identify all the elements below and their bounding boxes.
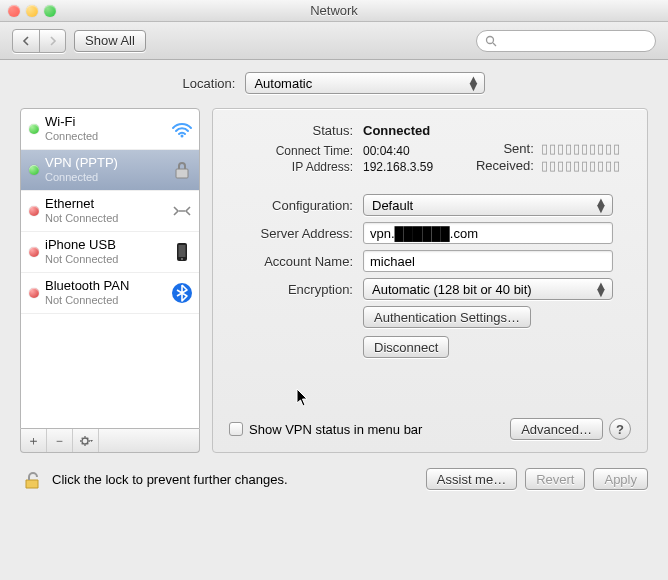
service-name: VPN (PPTP): [45, 156, 118, 170]
remove-service-button[interactable]: －: [47, 429, 73, 452]
ethernet-icon: [171, 200, 193, 222]
advanced-button[interactable]: Advanced…: [510, 418, 603, 440]
service-actions-button[interactable]: [73, 429, 99, 452]
received-label: Received:: [476, 158, 534, 173]
lock-icon[interactable]: [20, 467, 44, 491]
status-dot: [29, 124, 39, 134]
svg-line-17: [87, 437, 88, 438]
search-icon: [485, 35, 497, 47]
account-name-label: Account Name:: [213, 254, 363, 269]
back-button[interactable]: [13, 30, 39, 52]
lock-icon: [171, 159, 193, 181]
status-value: Connected: [363, 123, 430, 138]
wifi-icon: [171, 118, 193, 140]
service-name: Wi-Fi: [45, 115, 98, 129]
service-status: Connected: [45, 170, 118, 184]
help-button[interactable]: ?: [609, 418, 631, 440]
status-dot: [29, 247, 39, 257]
show-vpn-menubar-label: Show VPN status in menu bar: [249, 422, 422, 437]
show-vpn-menubar-checkbox[interactable]: [229, 422, 243, 436]
location-select[interactable]: Automatic ▲▼: [245, 72, 485, 94]
server-address-label: Server Address:: [213, 226, 363, 241]
forward-button[interactable]: [39, 30, 65, 52]
revert-button[interactable]: Revert: [525, 468, 585, 490]
svg-line-16: [81, 443, 82, 444]
svg-point-2: [181, 135, 184, 138]
service-status: Not Connected: [45, 211, 118, 225]
service-status: Not Connected: [45, 293, 129, 307]
service-item-ethernet[interactable]: EthernetNot Connected: [21, 191, 199, 232]
connect-time-value: 00:04:40: [363, 144, 410, 158]
server-address-field[interactable]: vpn.██████.com: [363, 222, 613, 244]
bluetooth-icon: [171, 282, 193, 304]
service-name: iPhone USB: [45, 238, 118, 252]
svg-rect-3: [176, 169, 188, 178]
service-name: Ethernet: [45, 197, 118, 211]
location-value: Automatic: [254, 76, 312, 91]
encryption-label: Encryption:: [213, 282, 363, 297]
received-indicator: ▯▯▯▯▯▯▯▯▯▯: [541, 158, 621, 173]
window-title: Network: [0, 3, 668, 18]
encryption-select[interactable]: Automatic (128 bit or 40 bit) ▲▼: [363, 278, 613, 300]
detail-pane: Status: Connected Connect Time: 00:04:40…: [212, 108, 648, 453]
service-status: Not Connected: [45, 252, 118, 266]
iphone-icon: [171, 241, 193, 263]
svg-rect-6: [179, 245, 186, 257]
titlebar: Network: [0, 0, 668, 22]
disconnect-button[interactable]: Disconnect: [363, 336, 449, 358]
minimize-window-button[interactable]: [26, 5, 38, 17]
search-field[interactable]: [476, 30, 656, 52]
service-item-bluetooth-pan[interactable]: Bluetooth PANNot Connected: [21, 273, 199, 314]
account-name-field[interactable]: michael: [363, 250, 613, 272]
status-label: Status:: [213, 123, 363, 138]
apply-button[interactable]: Apply: [593, 468, 648, 490]
zoom-window-button[interactable]: [44, 5, 56, 17]
ip-value: 192.168.3.59: [363, 160, 433, 174]
connect-time-label: Connect Time:: [213, 144, 363, 158]
close-window-button[interactable]: [8, 5, 20, 17]
configuration-select[interactable]: Default ▲▼: [363, 194, 613, 216]
service-sidebar: Wi-FiConnectedVPN (PPTP)ConnectedEtherne…: [20, 108, 200, 453]
status-dot: [29, 206, 39, 216]
sent-label: Sent:: [503, 141, 533, 156]
auth-settings-button[interactable]: Authentication Settings…: [363, 306, 531, 328]
gear-icon: [79, 434, 93, 448]
service-item-iphone-usb[interactable]: iPhone USBNot Connected: [21, 232, 199, 273]
svg-line-15: [87, 443, 88, 444]
service-item-wi-fi[interactable]: Wi-FiConnected: [21, 109, 199, 150]
service-item-vpn-pptp-[interactable]: VPN (PPTP)Connected: [21, 150, 199, 191]
sent-indicator: ▯▯▯▯▯▯▯▯▯▯: [541, 141, 621, 156]
service-list-toolbar: ＋ －: [20, 429, 200, 453]
configuration-label: Configuration:: [213, 198, 363, 213]
ip-label: IP Address:: [213, 160, 363, 174]
service-status: Connected: [45, 129, 98, 143]
show-all-button[interactable]: Show All: [74, 30, 146, 52]
location-label: Location:: [183, 76, 236, 91]
svg-line-1: [493, 43, 496, 46]
nav-segmented: [12, 29, 66, 53]
add-service-button[interactable]: ＋: [21, 429, 47, 452]
service-list[interactable]: Wi-FiConnectedVPN (PPTP)ConnectedEtherne…: [20, 108, 200, 429]
svg-point-0: [487, 36, 494, 43]
assist-button[interactable]: Assist me…: [426, 468, 517, 490]
footer: Click the lock to prevent further change…: [0, 453, 668, 507]
status-dot: [29, 288, 39, 298]
svg-line-14: [81, 437, 82, 438]
lock-text: Click the lock to prevent further change…: [52, 472, 288, 487]
svg-point-7: [181, 258, 183, 260]
svg-point-9: [82, 438, 88, 444]
toolbar: Show All: [0, 22, 668, 60]
service-name: Bluetooth PAN: [45, 279, 129, 293]
status-dot: [29, 165, 39, 175]
